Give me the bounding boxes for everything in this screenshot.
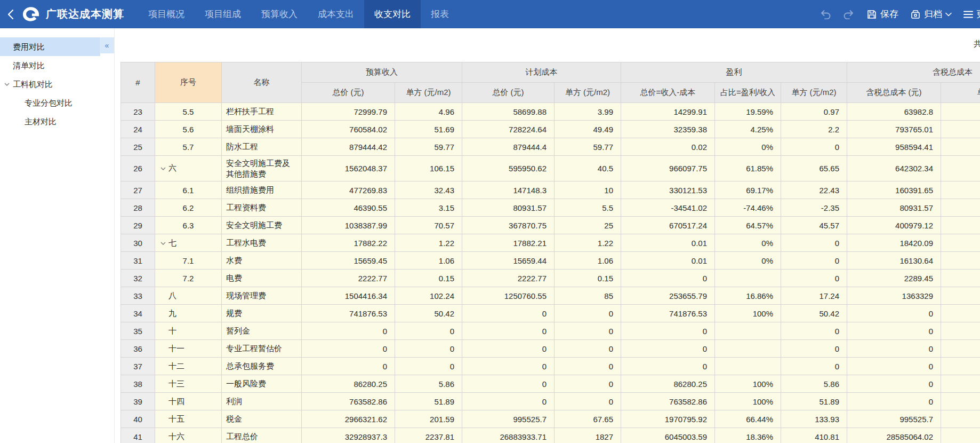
row-index-cell[interactable]: 30: [121, 234, 155, 252]
row-value-cell[interactable]: 67.65: [555, 410, 621, 428]
row-seq-cell[interactable]: 十一: [155, 340, 222, 358]
row-value-cell[interactable]: 100%: [715, 375, 781, 393]
row-value-cell[interactable]: 0.01: [621, 252, 715, 270]
row-value-cell[interactable]: 70.57: [395, 217, 462, 234]
row-value-cell[interactable]: 65.65: [781, 156, 847, 181]
row-value-cell[interactable]: 61.85%: [715, 156, 781, 181]
row-name-cell[interactable]: 安全文明施工费: [222, 217, 302, 234]
row-value-cell[interactable]: 1970795.92: [621, 410, 715, 428]
row-value-cell[interactable]: [941, 181, 980, 199]
row-value-cell[interactable]: 80931.57: [462, 199, 555, 217]
row-index-cell[interactable]: 32: [121, 270, 155, 287]
row-value-cell[interactable]: 0: [781, 270, 847, 287]
row-index-cell[interactable]: 26: [121, 156, 155, 181]
row-value-cell[interactable]: 763582.86: [621, 393, 715, 410]
row-value-cell[interactable]: 1.06: [395, 252, 462, 270]
row-index-cell[interactable]: 31: [121, 252, 155, 270]
row-seq-cell[interactable]: 7.1: [155, 252, 222, 270]
row-name-cell[interactable]: 规费: [222, 305, 302, 322]
row-value-cell[interactable]: [941, 270, 980, 287]
redo-button[interactable]: [843, 10, 855, 19]
row-value-cell[interactable]: 2966321.62: [302, 410, 395, 428]
row-value-cell[interactable]: 966097.75: [621, 156, 715, 181]
row-value-cell[interactable]: 49.49: [555, 121, 621, 138]
row-name-cell[interactable]: 防水工程: [222, 138, 302, 156]
row-value-cell[interactable]: 1.22: [555, 234, 621, 252]
row-expand-chevron-icon[interactable]: [160, 167, 166, 170]
nav-tab-3[interactable]: 成本支出: [308, 0, 364, 28]
row-value-cell[interactable]: 0: [621, 322, 715, 340]
sidebar-item-3[interactable]: 专业分包对比: [0, 93, 100, 112]
row-value-cell[interactable]: 0: [555, 358, 621, 375]
row-value-cell[interactable]: 22.43: [781, 181, 847, 199]
row-name-cell[interactable]: 工程总价: [222, 428, 302, 443]
row-value-cell[interactable]: [715, 358, 781, 375]
row-value-cell[interactable]: 0: [462, 358, 555, 375]
row-value-cell[interactable]: 763582.86: [302, 393, 395, 410]
nav-tab-1[interactable]: 项目组成: [195, 0, 251, 28]
row-value-cell[interactable]: 400979.12: [847, 217, 941, 234]
row-value-cell[interactable]: 995525.7: [847, 410, 941, 428]
row-value-cell[interactable]: 0.15: [555, 270, 621, 287]
row-value-cell[interactable]: 0: [302, 358, 395, 375]
row-value-cell[interactable]: 15659.44: [462, 252, 555, 270]
row-index-cell[interactable]: 40: [121, 410, 155, 428]
row-value-cell[interactable]: 17.24: [781, 287, 847, 305]
row-value-cell[interactable]: 15659.45: [302, 252, 395, 270]
row-value-cell[interactable]: 10: [555, 181, 621, 199]
row-value-cell[interactable]: 5.5: [555, 199, 621, 217]
row-value-cell[interactable]: [941, 393, 980, 410]
row-name-cell[interactable]: 专业工程暂估价: [222, 340, 302, 358]
row-value-cell[interactable]: [941, 234, 980, 252]
row-seq-cell[interactable]: 5.5: [155, 103, 222, 121]
row-value-cell[interactable]: 40.5: [555, 156, 621, 181]
row-seq-cell[interactable]: 7.2: [155, 270, 222, 287]
nav-tab-0[interactable]: 项目概况: [138, 0, 195, 28]
row-seq-cell[interactable]: 6.1: [155, 181, 222, 199]
row-name-cell[interactable]: 安全文明施工费及其他措施费: [222, 156, 302, 181]
row-value-cell[interactable]: 16.86%: [715, 287, 781, 305]
row-value-cell[interactable]: 58699.88: [462, 103, 555, 121]
row-value-cell[interactable]: 51.89: [781, 393, 847, 410]
row-name-cell[interactable]: 工程水电费: [222, 234, 302, 252]
row-index-cell[interactable]: 28: [121, 199, 155, 217]
row-seq-cell[interactable]: 5.6: [155, 121, 222, 138]
row-value-cell[interactable]: 32928937.3: [302, 428, 395, 443]
row-value-cell[interactable]: 0: [781, 138, 847, 156]
row-value-cell[interactable]: 0: [847, 305, 941, 322]
row-value-cell[interactable]: 741876.53: [302, 305, 395, 322]
row-value-cell[interactable]: [941, 138, 980, 156]
row-value-cell[interactable]: [941, 103, 980, 121]
row-value-cell[interactable]: 367870.75: [462, 217, 555, 234]
row-value-cell[interactable]: 86280.25: [621, 375, 715, 393]
nav-tab-2[interactable]: 预算收入: [251, 0, 308, 28]
row-value-cell[interactable]: 26883933.71: [462, 428, 555, 443]
row-value-cell[interactable]: 2289.45: [847, 270, 941, 287]
row-value-cell[interactable]: 50.42: [395, 305, 462, 322]
row-value-cell[interactable]: 19.59%: [715, 103, 781, 121]
row-name-cell[interactable]: 总承包服务费: [222, 358, 302, 375]
row-seq-cell[interactable]: 十四: [155, 393, 222, 410]
row-seq-cell[interactable]: 七: [155, 234, 222, 252]
row-seq-cell[interactable]: 六: [155, 156, 222, 181]
sidebar-item-2[interactable]: 工料机对比: [0, 75, 100, 93]
row-value-cell[interactable]: 595950.62: [462, 156, 555, 181]
row-value-cell[interactable]: 63982.8: [847, 103, 941, 121]
row-value-cell[interactable]: 0%: [715, 234, 781, 252]
row-value-cell[interactable]: [941, 199, 980, 217]
row-value-cell[interactable]: 253655.79: [621, 287, 715, 305]
row-value-cell[interactable]: 0: [621, 340, 715, 358]
row-value-cell[interactable]: 102.24: [395, 287, 462, 305]
row-seq-cell[interactable]: 十三: [155, 375, 222, 393]
sidebar-item-4[interactable]: 主材对比: [0, 112, 100, 131]
row-name-cell[interactable]: 工程资料费: [222, 199, 302, 217]
save-button[interactable]: 保存: [866, 8, 898, 20]
row-index-cell[interactable]: 23: [121, 103, 155, 121]
row-value-cell[interactable]: 0: [462, 393, 555, 410]
row-name-cell[interactable]: 栏杆扶手工程: [222, 103, 302, 121]
row-index-cell[interactable]: 34: [121, 305, 155, 322]
row-value-cell[interactable]: 80931.57: [847, 199, 941, 217]
row-value-cell[interactable]: 18420.09: [847, 234, 941, 252]
row-value-cell[interactable]: 1363329: [847, 287, 941, 305]
row-name-cell[interactable]: 现场管理费: [222, 287, 302, 305]
